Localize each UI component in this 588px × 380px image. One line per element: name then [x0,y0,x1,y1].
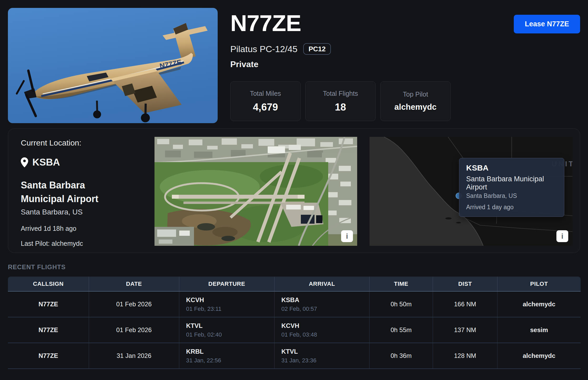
arrival-time: 01 Feb, 03:48 [281,331,369,338]
column-header-callsign[interactable]: CALLSIGN [8,277,89,292]
cell-arrival: KCVH 01 Feb, 03:48 [275,317,370,343]
departure-time: 01 Feb, 02:40 [186,331,274,338]
location-info: Current Location: KSBA Santa Barbara Mun… [8,129,155,247]
cell-date: 01 Feb 2026 [89,317,179,343]
location-heading: Current Location: [21,138,149,147]
arrival-time: 02 Feb, 00:57 [281,306,369,312]
cell-time: 0h 50m [370,292,433,317]
aircraft-photo-illustration: N77ZE [8,8,218,123]
stat-value: 18 [335,102,346,113]
departure-code: KTVL [186,322,274,329]
stat-label: Total Flights [323,90,358,97]
aircraft-summary: N77ZE Lease N77ZE Pilatus PC-12/45 PC12 … [230,8,580,123]
aircraft-type-badge: PC12 [303,43,331,55]
recent-flights-title: RECENT FLIGHTS [8,263,580,271]
cell-pilot: alchemydc [497,292,581,317]
page-title: N77ZE [230,12,301,35]
column-header-pilot[interactable]: PILOT [497,277,581,292]
recent-flights-table: CALLSIGN DATE DEPARTURE ARRIVAL TIME DIS… [8,277,581,369]
cell-callsign: N77ZE [8,317,89,343]
stat-value: alchemydc [394,102,436,112]
recent-flights-section: RECENT FLIGHTS CALLSIGN DATE DEPARTURE A… [8,263,580,369]
arrival-time: 31 Jan, 23:36 [281,357,369,364]
cell-arrival: KTVL 31 Jan, 23:36 [275,343,370,369]
visibility-label: Private [230,59,580,69]
departure-code: KCVH [186,296,274,304]
cell-dist: 128 NM [433,343,497,369]
stat-card-top-pilot: Top Pilot alchemydc [380,81,451,121]
stat-value: 4,679 [253,102,278,113]
location-last-pilot: Last Pilot: alchemydc [21,240,149,247]
satellite-map[interactable]: i [155,137,357,246]
cell-callsign: N77ZE [8,292,89,317]
table-header-row: CALLSIGN DATE DEPARTURE ARRIVAL TIME DIS… [8,277,581,292]
column-header-dist[interactable]: DIST [433,277,497,292]
tooltip-icao: KSBA [466,163,557,172]
tooltip-arrived: Arrived 1 day ago [466,204,557,211]
tooltip-city: Santa Barbara, US [466,192,557,199]
table-row[interactable]: N77ZE 01 Feb 2026 KTVL 01 Feb, 02:40 KCV… [8,317,581,343]
column-header-arrival[interactable]: ARRIVAL [275,277,370,292]
stat-card-total-flights: Total Flights 18 [305,81,376,121]
stat-label: Total Miles [250,90,281,97]
cell-departure: KRBL 31 Jan, 22:56 [179,343,275,369]
top-section: N77ZE N77ZE Lease N77ZE Pilatus PC-12/45… [0,0,588,123]
tooltip-airport-name: Santa Barbara Municipal Airport [466,175,557,191]
arrival-code: KTVL [281,348,369,355]
region-map[interactable]: UNITED KSBA Santa Barbara Municipal Airp… [370,137,572,246]
location-pin-icon [21,157,28,167]
map-info-icon[interactable]: i [556,230,568,242]
departure-time: 31 Jan, 22:56 [186,357,274,364]
cell-time: 0h 36m [370,343,433,369]
stat-card-total-miles: Total Miles 4,679 [230,81,301,121]
column-header-time[interactable]: TIME [370,277,433,292]
departure-time: 01 Feb, 23:11 [186,306,274,312]
aircraft-profile-page: N77ZE N77ZE Lease N77ZE Pilatus PC-12/45… [0,0,588,380]
arrival-code: KSBA [281,296,369,304]
location-icao: KSBA [32,157,60,168]
aircraft-model: Pilatus PC-12/45 [230,44,297,54]
column-header-date[interactable]: DATE [89,277,179,292]
location-city: Santa Barbara, US [21,208,149,216]
cell-dist: 137 NM [433,317,497,343]
cell-pilot: alchemydc [497,343,581,369]
cell-dist: 166 NM [433,292,497,317]
location-airport-name: Santa Barbara Municipal Airport [21,178,121,206]
cell-departure: KTVL 01 Feb, 02:40 [179,317,275,343]
satellite-map-illustration [155,137,357,246]
current-location-card: Current Location: KSBA Santa Barbara Mun… [8,128,580,253]
map-info-icon[interactable]: i [341,230,353,242]
aircraft-photo: N77ZE [8,8,218,123]
location-arrived: Arrived 1d 18h ago [21,225,149,232]
airport-tooltip: KSBA Santa Barbara Municipal Airport San… [459,158,564,217]
stats-row: Total Miles 4,679 Total Flights 18 Top P… [230,81,580,121]
cell-pilot: sesim [497,317,581,343]
cell-departure: KCVH 01 Feb, 23:11 [179,292,275,317]
table-row[interactable]: N77ZE 31 Jan 2026 KRBL 31 Jan, 22:56 KTV… [8,343,581,369]
cell-callsign: N77ZE [8,343,89,369]
cell-time: 0h 55m [370,317,433,343]
cell-date: 01 Feb 2026 [89,292,179,317]
cell-arrival: KSBA 02 Feb, 00:57 [275,292,370,317]
column-header-departure[interactable]: DEPARTURE [179,277,275,292]
departure-code: KRBL [186,348,274,355]
arrival-code: KCVH [281,322,369,329]
stat-label: Top Pilot [403,91,428,98]
lease-button[interactable]: Lease N77ZE [514,15,580,33]
table-row[interactable]: N77ZE 01 Feb 2026 KCVH 01 Feb, 23:11 KSB… [8,292,581,317]
cell-date: 31 Jan 2026 [89,343,179,369]
